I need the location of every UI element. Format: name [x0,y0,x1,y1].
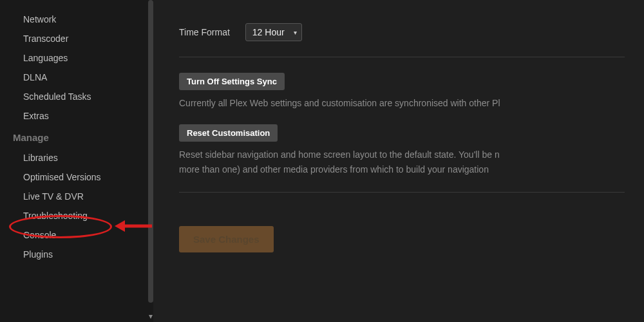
time-format-label: Time Format [179,27,230,37]
sidebar-item-troubleshooting[interactable]: Troubleshooting [0,206,153,225]
sidebar-item-scheduled-tasks[interactable]: Scheduled Tasks [0,87,153,106]
sidebar-section-manage: Manage [0,126,153,148]
scrollbar-track [147,0,153,322]
sync-help-text: Currently all Plex Web settings and cust… [179,97,625,110]
save-changes-button[interactable]: Save Changes [179,226,274,252]
sidebar: Network Transcoder Languages DLNA Schedu… [0,0,153,322]
sidebar-item-optimised-versions[interactable]: Optimised Versions [0,167,153,187]
turn-off-sync-button[interactable]: Turn Off Settings Sync [179,73,285,90]
sidebar-item-libraries[interactable]: Libraries [0,148,153,167]
sidebar-item-transcoder[interactable]: Transcoder [0,29,153,48]
sidebar-item-plugins[interactable]: Plugins [0,245,153,264]
reset-help-text-2: more than one) and other media providers… [179,163,625,176]
main-content: Time Format 12 Hour ▾ Turn Off Settings … [153,0,644,322]
reset-customisation-button[interactable]: Reset Customisation [179,124,278,142]
sidebar-item-console[interactable]: Console [0,225,153,245]
sidebar-item-network[interactable]: Network [0,10,153,29]
sidebar-item-live-tv-dvr[interactable]: Live TV & DVR [0,187,153,206]
time-format-select[interactable]: 12 Hour [245,23,302,41]
reset-help-text-1: Reset sidebar navigation and home screen… [179,148,625,162]
sidebar-item-dlna[interactable]: DLNA [0,68,153,87]
time-format-row: Time Format 12 Hour ▾ [179,23,625,41]
chevron-down-icon[interactable]: ▾ [149,312,153,321]
divider [179,192,625,193]
scrollbar-thumb[interactable] [148,0,153,303]
sidebar-item-languages[interactable]: Languages [0,48,153,68]
sidebar-item-extras[interactable]: Extras [0,106,153,126]
divider [179,57,625,57]
